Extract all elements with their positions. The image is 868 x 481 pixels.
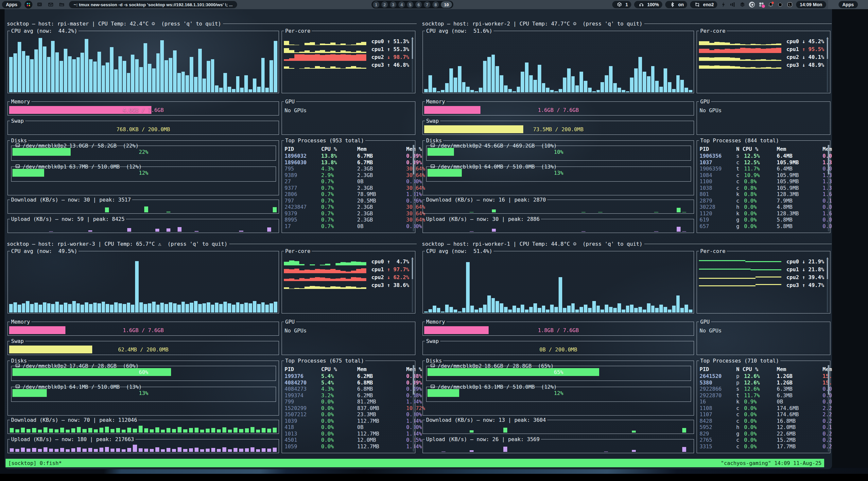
process-scrollbar[interactable] <box>413 145 414 231</box>
workspace-5[interactable]: 5 <box>407 1 413 8</box>
per-core-box: Per-core cpu0 ↓ 45.2%cpu1 ↑ 95.5%cpu2 ↓ … <box>696 28 830 93</box>
slack-app-icon[interactable] <box>25 1 32 8</box>
process-table: PIDCPU %MemMem %1993765.4%6.2MB0.08%4084… <box>284 366 412 452</box>
process-scrollbar[interactable] <box>828 145 829 231</box>
header-rule <box>223 24 417 24</box>
clock[interactable]: 14:09 Mon <box>796 1 826 8</box>
per-core-label: Per-core <box>284 28 312 34</box>
bluetooth-icon <box>669 1 676 8</box>
process-table-header: PIDN CPU %MemMem % <box>700 146 827 153</box>
socktop-pane[interactable]: socktop — host: rpi-worker-3 | CPU Temp:… <box>6 240 417 457</box>
process-row: 1993743.2%6.2MB0.08% <box>284 392 412 399</box>
upload-box: Upload (KB/s) — now: 26 | peak: 3569 <box>423 436 694 453</box>
process-row: 189603213.8%6.7MB0.09% <box>284 153 412 159</box>
per-core-row: cpu0 ↓ 45.2% <box>699 37 824 45</box>
workspace-6[interactable]: 6 <box>415 1 422 8</box>
upload-label: Upload (KB/s) — now: 180 | peak: 217663 <box>10 436 135 442</box>
process-row: 3315c0.0%17.7MB0.23% <box>700 443 827 450</box>
cpu-avg-chart <box>9 35 277 92</box>
steam-icon[interactable] <box>749 1 755 8</box>
window-title[interactable]: ~: tmux new-session -d -s socktop 'sockt… <box>69 1 237 8</box>
headphones-icon <box>638 1 645 8</box>
disk-row: /dev/mmcblk0p2 13.0GB / 58.2GB (22%) 22% <box>11 146 276 161</box>
workspace-10-active[interactable]: 10 <box>441 1 452 8</box>
workspace-1[interactable]: 1 <box>373 1 379 8</box>
per-core-scrollbar[interactable]: ▲ <box>411 255 414 312</box>
process-row: 8428c0.0%16.8MB0.22% <box>700 418 827 424</box>
download-box: Download (KB/s) — now: 16 | peak: 2870 <box>423 197 694 214</box>
apps-button[interactable]: Apps <box>2 1 21 8</box>
per-core-scrollbar[interactable]: ▲ <box>826 255 829 312</box>
upload-chart <box>10 444 277 452</box>
workspace-8[interactable]: 8 <box>432 1 439 8</box>
swap-value: 0B / 200.0MB <box>424 347 692 353</box>
process-row: 270.7%0B0.00% <box>284 178 412 185</box>
swap-box: Swap 768.0KB / 200.0MB <box>7 118 279 135</box>
updates-indicator[interactable]: 1 <box>612 1 631 8</box>
process-row: 170.7%0B0.00% <box>284 223 412 230</box>
tmux-session-label: [socktop] 0:fish* <box>8 460 62 466</box>
upload-box: Upload (KB/s) — now: 180 | peak: 217663 <box>7 436 279 453</box>
disk-usage-pct: 65% <box>427 369 691 375</box>
disk-usage-pct: 12% <box>11 170 276 176</box>
desktop-black-band <box>0 474 868 481</box>
volume-indicator[interactable]: 100% <box>634 1 662 8</box>
process-scrollbar[interactable] <box>413 365 414 452</box>
socktop-pane[interactable]: socktop — host: rpi-worker-2 | CPU Temp:… <box>421 20 832 237</box>
disk-info: 63.1MB / 510.0MB (12%) <box>484 384 557 390</box>
apps-button-right[interactable]: Apps <box>839 1 858 8</box>
per-core-row: cpu2 ↑ 39.4% <box>699 273 824 281</box>
process-row: 2879c0.0%7.9MB0.10% <box>700 198 827 204</box>
swap-label: Swap <box>10 118 25 124</box>
mail-icon[interactable] <box>47 1 55 8</box>
process-row: 40842734.3%6.8MB0.09% <box>284 386 412 392</box>
per-core-row: cpu1 ↓ 21.8% <box>699 265 824 273</box>
slack-dot-icon[interactable] <box>758 1 765 8</box>
per-core-rows: cpu0 ↓ 21.9%cpu1 ↓ 21.8%cpu2 ↑ 39.4%cpu3… <box>699 258 824 289</box>
per-core-box: Per-core cpu0 ↓ 21.9%cpu1 ↓ 21.8%cpu2 ↑ … <box>696 248 830 313</box>
bell-icon[interactable] <box>768 1 774 8</box>
process-row: 1084c10.9%105.9MB1.36% <box>700 172 827 179</box>
process-row: 2922870t11.7%6.3MB0.08% <box>700 392 827 399</box>
socktop-pane[interactable]: socktop — host: rpi-worker-1 | CPU Temp:… <box>421 240 832 457</box>
workspace-2[interactable]: 2 <box>381 1 388 8</box>
pane-title-text: socktop — host: rpi-worker-3 | CPU Temp:… <box>7 241 227 247</box>
bolt-icon[interactable] <box>720 1 727 8</box>
cpu-avg-box: CPU avg (now: 44.2%) <box>7 28 279 93</box>
workspace-4[interactable]: 4 <box>398 1 405 8</box>
process-scrollbar[interactable] <box>828 365 829 452</box>
power-icon[interactable] <box>777 1 784 8</box>
per-core-scrollbar[interactable]: ▲ <box>826 35 829 92</box>
bluetooth-indicator[interactable]: on <box>665 1 687 8</box>
layers-icon[interactable] <box>739 1 746 8</box>
upload-label: Upload (KB/s) — now: 26 | peak: 3569 <box>425 436 541 442</box>
download-chart <box>425 424 692 432</box>
window-icon[interactable] <box>36 1 43 8</box>
process-rows: PIDN CPU %MemMem %2641520p12.6%1.2GB15.4… <box>700 366 827 450</box>
disks-box: Disks /dev/mmcblk0p2 17.4GB / 28.8GB (60… <box>7 358 279 416</box>
workspace-3[interactable]: 3 <box>390 1 396 8</box>
memory-label: Memory <box>10 98 31 105</box>
workspace-7[interactable]: 7 <box>424 1 430 8</box>
per-core-scrollbar[interactable]: ▲ <box>411 35 414 92</box>
download-box: Download (KB/s) — now: 70 | peak: 112046 <box>7 417 279 434</box>
process-row: 15202990.0%837.0MB10.72% <box>284 405 412 412</box>
process-rows: PIDN CPU %MemMem %1906356s12.5%6.4MB0.08… <box>700 146 827 229</box>
process-row: 829g0.0%22.6MB0.29% <box>700 431 827 437</box>
swap-box: Swap 73.5MB / 200.0MB <box>423 118 694 135</box>
cpu-avg-label: CPU avg (now: 49.5%) <box>10 248 79 254</box>
disk-usage-pct: 10% <box>427 149 691 155</box>
top-processes-label: Top Processes (675 total) <box>284 358 365 364</box>
swap-label: Swap <box>10 338 25 344</box>
pane-title-text: socktop — host: rpi-worker-2 | CPU Temp:… <box>422 21 642 27</box>
per-core-row: cpu2 ↓ 62.2% <box>284 273 409 281</box>
pane-header: socktop — host: rpi-master | CPU Temp: 4… <box>7 20 417 27</box>
stats-icon[interactable] <box>730 1 736 8</box>
socktop-pane[interactable]: socktop — host: rpi-master | CPU Temp: 4… <box>6 20 417 237</box>
folder-icon[interactable] <box>58 1 66 8</box>
per-core-row: cpu1 ↑ 95.5% <box>699 45 824 53</box>
terminal-window[interactable]: socktop — host: rpi-master | CPU Temp: 4… <box>5 9 832 469</box>
gpu-label: GPU <box>699 319 711 325</box>
network-indicator[interactable]: eno2 <box>690 1 717 8</box>
recents-icon[interactable] <box>786 1 793 8</box>
